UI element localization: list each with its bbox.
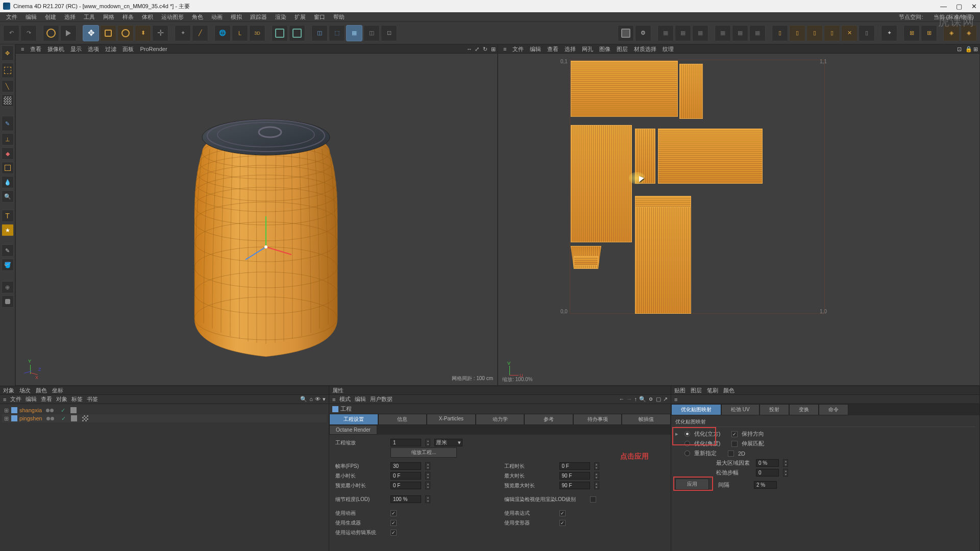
render-settings[interactable] [618, 25, 634, 41]
use-motion-check[interactable] [390, 530, 397, 536]
nav-pop-icon[interactable]: ↗ [663, 396, 668, 403]
rotate-tool[interactable] [117, 25, 134, 41]
vp-camera[interactable]: 摄像机 [44, 45, 67, 53]
align-1[interactable]: ▯ [772, 25, 788, 41]
nav-up-icon[interactable]: ↑ [634, 396, 638, 403]
spinner[interactable]: ▴▾ [425, 439, 430, 446]
obj-file[interactable]: 文件 [10, 395, 21, 403]
workplane-mode[interactable] [2, 94, 14, 107]
menu-character[interactable]: 角色 [188, 13, 207, 21]
align-3[interactable]: ▯ [806, 25, 823, 41]
point-mode[interactable]: ✎ [2, 116, 14, 131]
check-2d[interactable] [728, 450, 734, 457]
tab-dynamics[interactable]: 动力学 [476, 414, 525, 425]
nav-mode-icon[interactable]: ▢ [656, 396, 661, 403]
vp-prorender[interactable]: ProRender [137, 46, 170, 52]
hamburger-icon[interactable]: ≡ [332, 396, 335, 403]
use-gen-check[interactable] [390, 520, 397, 526]
coord-system[interactable]: 🌐 [214, 25, 231, 41]
uv-nav-2[interactable]: 🔒 [962, 46, 969, 53]
max-area-input[interactable] [756, 459, 779, 467]
uv-tab-map[interactable]: 贴图 [674, 387, 685, 394]
redo-button[interactable]: ↷ [20, 25, 37, 41]
relax-step-input[interactable] [756, 469, 779, 477]
tab-reference[interactable]: 参考 [524, 414, 573, 425]
eye-icon[interactable]: 👁 [315, 396, 321, 403]
object-mode[interactable] [2, 63, 14, 78]
menu-file[interactable]: 文件 [2, 13, 21, 21]
hamburger-icon[interactable]: ≡ [3, 396, 6, 403]
vp-display[interactable]: 显示 [67, 45, 85, 53]
snap-2[interactable]: ▦ [675, 25, 691, 41]
search-icon[interactable]: 🔍 [300, 396, 307, 403]
tab-optimize-mapping[interactable]: 优化贴图映射 [671, 404, 721, 415]
radio-reassign[interactable] [684, 450, 690, 456]
uv-nav-1[interactable]: ⊡ [954, 46, 961, 53]
close-button[interactable]: ✕ [971, 3, 977, 10]
menu-create[interactable]: 创建 [41, 13, 60, 21]
can-3d-model[interactable] [143, 73, 388, 359]
uv-island[interactable] [658, 129, 763, 184]
tab-relax-uv[interactable]: 松弛 UV [721, 404, 760, 415]
hamburger-icon[interactable]: ≡ [500, 46, 509, 52]
menu-help[interactable]: 帮助 [329, 13, 349, 21]
snap-4[interactable]: ▦ [715, 25, 731, 41]
maximize-button[interactable]: ▢ [956, 3, 962, 10]
use-anim-check[interactable] [390, 510, 397, 516]
uv-point-mode[interactable] [2, 162, 14, 174]
menu-select[interactable]: 选择 [60, 13, 80, 21]
menu-spline[interactable]: 样条 [118, 13, 138, 21]
cube-gouraud[interactable]: ◫ [363, 25, 380, 41]
uv-layer[interactable]: 图层 [614, 45, 631, 53]
menu-animate[interactable]: 动画 [207, 13, 227, 21]
cube-primitive[interactable]: ◫ [311, 25, 328, 41]
lod-render-check[interactable] [590, 496, 596, 503]
nav-search-icon[interactable]: 🔍 [639, 396, 646, 403]
uv-view[interactable]: 查看 [544, 45, 561, 53]
obj-edit[interactable]: 编辑 [26, 395, 37, 403]
snap-1[interactable]: ▦ [657, 25, 674, 41]
eyedropper-tool[interactable]: ✎ [2, 244, 14, 257]
uv-nav-3[interactable]: ⊞ [970, 46, 977, 53]
tab-info[interactable]: 信息 [378, 414, 427, 425]
minimize-button[interactable]: — [940, 3, 947, 10]
uv-select[interactable]: 选择 [561, 45, 579, 53]
hamburger-icon[interactable]: ≡ [674, 396, 677, 403]
render-gear[interactable]: ⚙ [635, 25, 651, 41]
nav-fwd-icon[interactable]: → [627, 396, 632, 403]
cursor-tool[interactable] [60, 25, 77, 41]
axis-lock-x[interactable]: ✦ [175, 25, 191, 41]
attr-mode[interactable]: 模式 [339, 395, 351, 403]
uv-island[interactable] [571, 125, 632, 242]
obj-tab-coord[interactable]: 坐标 [52, 387, 63, 394]
uv-tag-icon[interactable] [71, 415, 77, 421]
max-time-input[interactable] [559, 472, 590, 480]
text-tool[interactable]: T [2, 210, 14, 222]
menu-edit[interactable]: 编辑 [21, 13, 41, 21]
uv-file[interactable]: 文件 [509, 45, 527, 53]
align-6[interactable]: ▯ [859, 25, 875, 41]
mode-1[interactable]: ⊞ [903, 25, 920, 41]
uv-island[interactable] [574, 256, 598, 265]
render-view[interactable] [272, 25, 288, 41]
obj-tab-color[interactable]: 颜色 [36, 387, 47, 394]
preview-min-input[interactable] [390, 482, 421, 489]
uv-tab-color[interactable]: 颜色 [723, 387, 734, 394]
align-7[interactable]: ✦ [881, 25, 897, 41]
model-mode[interactable]: ✥ [2, 45, 14, 61]
edge-mode[interactable]: ⊥ [2, 133, 14, 145]
obj-tab-objects[interactable]: 对象 [3, 387, 14, 394]
vp-options[interactable]: 选项 [85, 45, 102, 53]
menu-mesh[interactable]: 网格 [99, 13, 118, 21]
uv-tab-layer[interactable]: 图层 [691, 387, 702, 394]
attr-edit[interactable]: 编辑 [355, 395, 366, 403]
uv-texture[interactable]: 纹理 [659, 45, 677, 53]
fill-tool[interactable]: 🪣 [2, 259, 14, 271]
checker-tag-icon[interactable] [82, 415, 88, 421]
use-expr-check[interactable] [559, 510, 566, 516]
menu-simulate[interactable]: 模拟 [227, 13, 246, 21]
obj-tab-takes[interactable]: 场次 [19, 387, 31, 394]
move-tool[interactable]: ✥ [83, 25, 99, 41]
obj-objects[interactable]: 对象 [56, 395, 67, 403]
attr-userdata[interactable]: 用户数据 [370, 395, 393, 403]
